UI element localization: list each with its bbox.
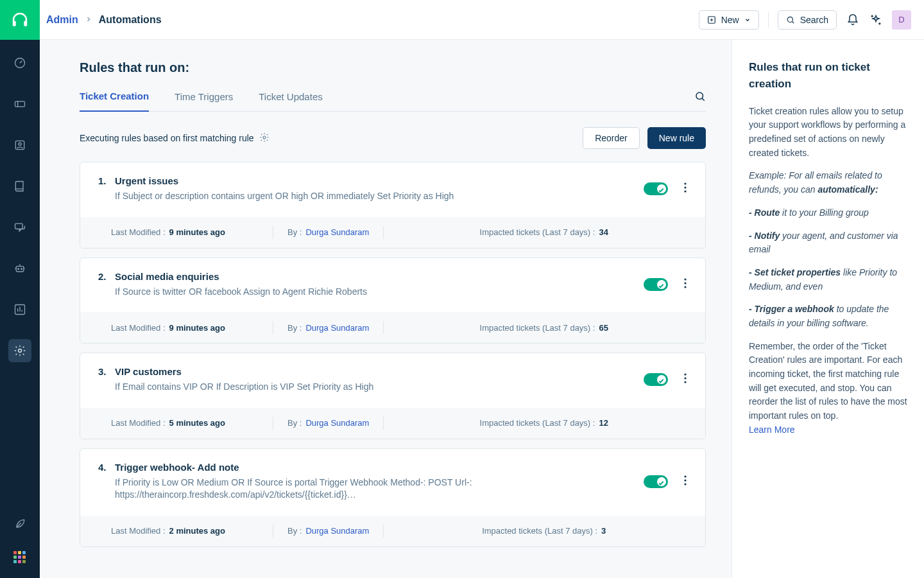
nav-admin[interactable] <box>8 339 31 362</box>
divider <box>273 417 273 430</box>
avatar[interactable]: D <box>892 10 911 30</box>
impacted-value: 34 <box>599 227 608 237</box>
svg-rect-1 <box>24 21 27 26</box>
check-icon <box>658 478 665 485</box>
plus-square-icon <box>707 15 716 24</box>
help-panel: Rules that run on ticket creation Ticket… <box>732 40 924 578</box>
by-user-link[interactable]: Durga Sundaram <box>305 227 369 237</box>
chart-icon <box>13 303 26 316</box>
gauge-icon <box>13 57 26 69</box>
divider <box>383 525 384 538</box>
check-icon <box>658 281 665 288</box>
nav-solutions[interactable] <box>8 175 31 198</box>
rule-toggle[interactable] <box>644 373 668 386</box>
breadcrumb: Admin Automations <box>46 14 162 26</box>
gear-icon <box>259 132 270 143</box>
rule-toggle[interactable] <box>644 278 668 291</box>
svg-point-5 <box>19 143 21 145</box>
rule-description: If Subject or description contains urgen… <box>115 190 513 203</box>
tab-ticket-updates[interactable]: Ticket Updates <box>259 91 323 111</box>
search-icon <box>786 15 795 24</box>
leaf-icon <box>13 518 26 530</box>
brand-logo[interactable] <box>0 0 40 40</box>
book-icon <box>13 180 26 193</box>
svg-point-19 <box>684 278 686 280</box>
nav-apps[interactable] <box>13 551 26 564</box>
impacted-label: Impacted tickets (Last 7 days) : <box>480 418 595 428</box>
rule-toggle[interactable] <box>644 182 668 195</box>
nav-reports[interactable] <box>8 298 31 321</box>
tab-ticket-creation[interactable]: Ticket Creation <box>80 91 149 112</box>
svg-point-16 <box>684 183 686 185</box>
reorder-button[interactable]: Reorder <box>583 127 640 149</box>
rule-menu-button[interactable] <box>681 278 690 291</box>
impacted-value: 12 <box>599 418 608 428</box>
impacted-label: Impacted tickets (Last 7 days) : <box>480 227 595 237</box>
new-rule-button[interactable]: New rule <box>647 127 706 149</box>
rule-description: If Source is twitter OR facebook Assign … <box>115 286 513 299</box>
nav-contacts[interactable] <box>8 134 31 157</box>
impacted-label: Impacted tickets (Last 7 days) : <box>480 323 595 333</box>
rule-card[interactable]: 3. VIP customers If Email contains VIP O… <box>80 353 706 439</box>
last-modified-value: 9 minutes ago <box>169 227 225 237</box>
topbar: Admin Automations New Search <box>40 0 924 40</box>
execution-mode-settings[interactable] <box>259 132 270 144</box>
check-icon <box>658 185 665 192</box>
rule-title: Urgent issues <box>115 175 638 186</box>
help-bullet-notify: - Notify your agent, and customer via em… <box>749 229 907 257</box>
last-modified-label: Last Modified : <box>111 323 166 333</box>
rules-search-button[interactable] <box>694 91 706 111</box>
svg-point-9 <box>21 268 22 270</box>
ticket-icon <box>13 98 26 110</box>
svg-point-13 <box>787 17 792 22</box>
nav-freshworks[interactable] <box>8 512 31 536</box>
learn-more-link[interactable]: Learn More <box>749 425 795 435</box>
breadcrumb-root[interactable]: Admin <box>46 14 78 26</box>
check-icon <box>658 376 665 383</box>
notifications-button[interactable] <box>846 13 860 27</box>
new-button[interactable]: New <box>699 10 759 30</box>
headphones-icon <box>10 10 30 30</box>
by-label: By : <box>287 418 302 428</box>
svg-point-21 <box>684 286 686 288</box>
by-user-link[interactable]: Durga Sundaram <box>305 418 369 428</box>
new-button-label: New <box>721 15 739 25</box>
tab-time-triggers[interactable]: Time Triggers <box>175 91 233 111</box>
rule-menu-button[interactable] <box>681 373 690 386</box>
last-modified-value: 5 minutes ago <box>169 418 225 428</box>
gear-icon <box>13 344 26 357</box>
by-user-link[interactable]: Durga Sundaram <box>305 526 369 536</box>
nav-dashboard[interactable] <box>8 51 31 74</box>
chevron-down-icon <box>744 17 751 23</box>
rule-card[interactable]: 1. Urgent issues If Subject or descripti… <box>80 162 706 249</box>
by-user-link[interactable]: Durga Sundaram <box>305 323 369 333</box>
help-example: Example: For all emails related to refun… <box>749 169 907 197</box>
search-button[interactable]: Search <box>778 10 837 30</box>
nav-chat[interactable] <box>8 216 31 239</box>
nav-tickets[interactable] <box>8 92 31 116</box>
divider <box>273 226 273 239</box>
rule-card[interactable]: 2. Social media enquiries If Source is t… <box>80 258 706 344</box>
impacted-value: 3 <box>601 526 606 536</box>
divider <box>273 321 273 334</box>
svg-point-22 <box>684 374 686 376</box>
sparkle-button[interactable] <box>869 13 883 27</box>
rule-menu-button[interactable] <box>681 475 690 488</box>
rule-toggle[interactable] <box>644 475 668 488</box>
rule-menu-button[interactable] <box>681 182 690 195</box>
rule-card[interactable]: 4. Trigger webhook- Add note If Priority… <box>80 448 706 547</box>
by-label: By : <box>287 526 302 536</box>
chat-icon <box>13 221 26 234</box>
chevron-right-icon <box>85 14 92 26</box>
divider <box>768 12 769 28</box>
impacted-value: 65 <box>599 323 608 333</box>
sidebar <box>0 0 40 578</box>
rule-number: 3. <box>98 366 110 394</box>
svg-point-23 <box>684 378 686 380</box>
by-label: By : <box>287 323 302 333</box>
contact-icon <box>13 139 26 152</box>
nav-bots[interactable] <box>8 257 31 280</box>
divider <box>273 525 273 538</box>
search-icon <box>694 91 706 102</box>
svg-point-17 <box>684 187 686 189</box>
